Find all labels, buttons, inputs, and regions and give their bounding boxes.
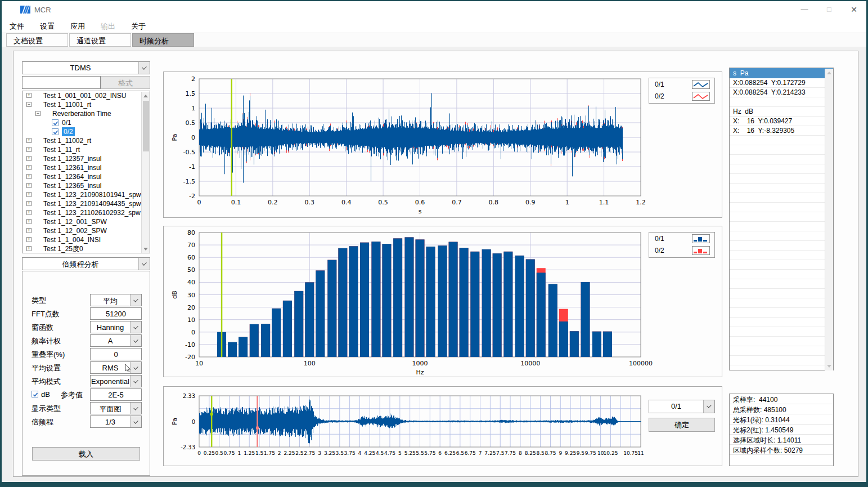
db-checkbox[interactable] (32, 391, 38, 397)
tree-item-label[interactable]: Test 1_123_211026102932_spw (43, 208, 141, 217)
tree-item-label[interactable]: Test 1_1_004_INSI (43, 235, 101, 244)
collapse-icon[interactable]: − (26, 102, 32, 107)
tab-文档设置[interactable]: 文档设置 (6, 33, 68, 47)
tree-item[interactable]: +Test 1_12_001_SPW (23, 217, 150, 226)
tree-item[interactable]: +Test 1_25度0 (23, 244, 150, 253)
tree-item-label[interactable]: Test 1_11_rt (43, 145, 80, 154)
form-select-显示类型[interactable]: 平面图 (90, 402, 142, 414)
close-button[interactable]: ✕ (842, 1, 866, 18)
tree-item[interactable]: +Test 1_11_rt (23, 145, 150, 154)
tree-item-label[interactable]: Test 1_12_001_SPW (43, 217, 107, 226)
octave-spectrum-chart[interactable]: -20-100102030405060708010100100010000100… (164, 226, 722, 377)
tree-item-label[interactable]: Test 1_12361_insul (43, 163, 101, 172)
expand-icon[interactable]: + (26, 147, 32, 152)
tree-item[interactable]: +Test 1_123_210908101941_spw (23, 190, 150, 199)
form-select-窗函数[interactable]: Hanning (90, 321, 142, 333)
chevron-down-icon[interactable] (130, 403, 141, 414)
tree-item[interactable]: +Test 1_1_004_INSI (23, 235, 150, 244)
expand-icon[interactable]: + (26, 192, 32, 197)
full-waveform-chart[interactable]: 2.330-2.3300.250.50.7511.251.51.7522.252… (164, 387, 722, 466)
tree-item-label[interactable]: Test 1_12365_insul (43, 181, 101, 190)
chevron-down-icon[interactable] (130, 376, 141, 387)
file-tree[interactable]: +Test 1_001_001_002_INSU−Test 1_11001_rt… (22, 91, 150, 253)
tree-item[interactable]: +Test 1_001_001_002_INSU (23, 91, 150, 100)
tree-item[interactable]: −Test 1_11001_rt (23, 100, 150, 109)
tree-item[interactable]: +Test 1_12364_insul (23, 172, 150, 181)
expand-icon[interactable]: + (26, 219, 32, 224)
scrollbar-thumb[interactable] (143, 101, 149, 151)
expand-icon[interactable]: + (26, 210, 32, 215)
tree-item[interactable]: 0/2 (23, 127, 150, 136)
confirm-button[interactable]: 确定 (649, 418, 715, 432)
form-select-平均设置[interactable]: RMS (90, 361, 142, 374)
tree-item[interactable]: +Test 1_12365_insul (23, 181, 150, 190)
tree-item-label[interactable]: 0/1 (62, 118, 71, 127)
tree-item-label[interactable]: 0/2 (62, 127, 75, 136)
channel-select-combo[interactable]: 0/1 (649, 400, 715, 413)
tree-item-label[interactable]: Test 1_12364_insul (43, 172, 101, 181)
tree-item[interactable]: +Test 1_123_211026102932_spw (23, 208, 150, 217)
form-input-参考值[interactable]: 2E-5 (90, 388, 142, 401)
form-input-重叠率(%)[interactable]: 0 (90, 348, 142, 360)
form-select-平均模式[interactable]: Exponential (90, 375, 142, 387)
expand-icon[interactable]: + (26, 228, 32, 233)
load-button[interactable]: 载入 (32, 447, 140, 461)
chevron-down-icon[interactable] (130, 294, 141, 306)
scroll-down-icon[interactable] (143, 248, 148, 251)
chevron-down-icon[interactable] (130, 321, 141, 333)
channel-checkbox[interactable] (52, 128, 59, 135)
tree-item-label[interactable]: Reverberation Time (52, 109, 111, 118)
tree-item-label[interactable]: Test 1_25度0 (43, 244, 83, 253)
analysis-type-combo[interactable]: 倍频程分析 (22, 257, 150, 270)
tree-item[interactable]: −Reverberation Time (23, 109, 150, 118)
menu-item-设置[interactable]: 设置 (32, 18, 62, 33)
expand-icon[interactable]: + (26, 165, 32, 170)
tree-scrollbar[interactable] (141, 92, 150, 253)
chevron-down-icon[interactable] (138, 258, 150, 270)
scroll-down-icon[interactable] (827, 365, 831, 368)
tree-item[interactable]: 0/1 (23, 118, 150, 127)
tree-item[interactable]: +Test 1_123_210914094435_spw (23, 199, 150, 208)
expand-icon[interactable]: + (26, 183, 32, 188)
tree-item-label[interactable]: Test 1_11002_rt (43, 136, 91, 145)
maximize-button[interactable]: □ (817, 1, 842, 18)
expand-icon[interactable]: + (26, 237, 32, 242)
tree-item[interactable]: +Test 1_12361_insul (23, 163, 150, 172)
menu-item-应用[interactable]: 应用 (62, 18, 93, 33)
tree-item[interactable]: +Test 1_12357_insul (23, 154, 150, 163)
tree-item-label[interactable]: Test 1_12_002_SPW (43, 226, 107, 235)
tab-通道设置[interactable]: 通道设置 (69, 33, 131, 47)
format-button[interactable]: 格式 (101, 76, 150, 89)
form-select-类型[interactable]: 平均 (90, 294, 142, 306)
minimize-button[interactable]: — (792, 1, 817, 18)
channel-checkbox[interactable] (52, 119, 59, 126)
tree-item[interactable]: +Test 1_12_002_SPW (23, 226, 150, 235)
filter-input[interactable] (22, 76, 101, 89)
tree-item-label[interactable]: Test 1_001_001_002_INSU (43, 91, 126, 100)
file-format-combo[interactable]: TDMS (22, 61, 150, 74)
menu-item-文件[interactable]: 文件 (2, 18, 32, 33)
form-select-频率计权[interactable]: A (90, 334, 142, 347)
time-waveform-chart[interactable]: -2-1.5-1-0.500.511.5200.10.20.30.40.50.6… (164, 72, 722, 217)
scroll-up-icon[interactable] (827, 72, 831, 74)
expand-icon[interactable]: + (26, 246, 32, 251)
chevron-down-icon[interactable] (130, 335, 141, 346)
expand-icon[interactable]: + (26, 156, 32, 161)
expand-icon[interactable]: + (26, 138, 32, 143)
collapse-icon[interactable]: − (35, 111, 41, 116)
chevron-down-icon[interactable] (703, 400, 714, 413)
tab-时频分析[interactable]: 时频分析 (132, 33, 194, 47)
chevron-down-icon[interactable] (130, 416, 141, 427)
cursor-panel-scrollbar[interactable] (825, 69, 833, 370)
tree-item-label[interactable]: Test 1_123_210914094435_spw (43, 199, 141, 208)
tree-item-label[interactable]: Test 1_12357_insul (43, 154, 101, 163)
chevron-down-icon[interactable] (138, 62, 150, 74)
expand-icon[interactable]: + (26, 201, 32, 206)
tree-item-label[interactable]: Test 1_11001_rt (43, 100, 91, 109)
expand-icon[interactable]: + (26, 93, 32, 98)
expand-icon[interactable]: + (26, 174, 32, 179)
menu-item-关于[interactable]: 关于 (123, 18, 154, 33)
tree-item[interactable]: +Test 1_11002_rt (23, 136, 150, 145)
scroll-up-icon[interactable] (143, 95, 148, 97)
tree-item-label[interactable]: Test 1_123_210908101941_spw (43, 190, 141, 199)
